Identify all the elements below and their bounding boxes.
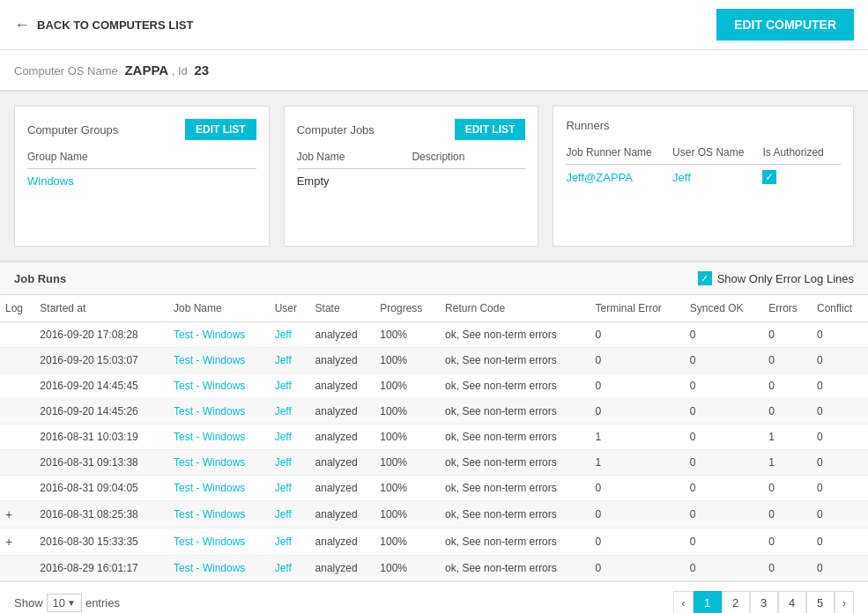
job-name-link[interactable]: Test - Windows: [174, 354, 245, 366]
job-name-link[interactable]: Test - Windows: [174, 508, 245, 521]
jobs-panel-header: Computer Jobs EDIT LIST: [297, 119, 526, 140]
jobs-col-headers: Job Name Description: [297, 151, 526, 169]
user-link[interactable]: Jeff: [275, 456, 292, 469]
pagination-page-2[interactable]: 2: [722, 591, 750, 613]
expand-icon[interactable]: +: [5, 535, 12, 549]
user-link[interactable]: Jeff: [275, 405, 292, 417]
groups-panel-title: Computer Groups: [27, 123, 118, 137]
table-cell[interactable]: Jeff: [270, 501, 310, 528]
user-link[interactable]: Jeff: [275, 535, 292, 548]
table-cell[interactable]: Jeff: [270, 322, 310, 348]
job-name-link[interactable]: Test - Windows: [174, 562, 245, 574]
pagination-page-5[interactable]: 5: [806, 591, 835, 613]
table-cell: 2016-08-31 10:03:19: [34, 425, 168, 450]
job-name-link[interactable]: Test - Windows: [174, 380, 245, 392]
table-cell: [0, 450, 34, 476]
table-cell: ok, See non-term errors: [440, 476, 590, 501]
runner-authorized-checkbox[interactable]: ✓: [762, 170, 776, 184]
group-item-windows[interactable]: Windows: [27, 174, 74, 188]
table-cell: ok, See non-term errors: [440, 322, 590, 348]
jobs-edit-list-button[interactable]: EDIT LIST: [455, 119, 526, 140]
user-link[interactable]: Jeff: [275, 508, 292, 521]
edit-computer-button[interactable]: EDIT COMPUTER: [716, 9, 854, 41]
pagination-prev[interactable]: ‹: [673, 591, 693, 613]
user-link[interactable]: Jeff: [275, 380, 292, 392]
table-cell[interactable]: Test - Windows: [168, 476, 270, 501]
table-cell[interactable]: Test - Windows: [168, 348, 270, 373]
user-link[interactable]: Jeff: [275, 354, 292, 366]
table-cell[interactable]: Jeff: [270, 450, 310, 476]
table-cell[interactable]: Test - Windows: [168, 501, 270, 528]
job-name-link[interactable]: Test - Windows: [174, 431, 245, 443]
table-cell[interactable]: Test - Windows: [168, 373, 270, 399]
job-name-link[interactable]: Test - Windows: [174, 405, 245, 417]
groups-panel-header: Computer Groups EDIT LIST: [27, 119, 256, 140]
table-cell: 0: [590, 501, 685, 528]
table-cell[interactable]: Jeff: [270, 476, 310, 501]
table-cell: 2016-08-31 09:13:38: [34, 450, 168, 476]
table-cell[interactable]: Test - Windows: [168, 425, 270, 450]
table-cell: analyzed: [310, 348, 375, 373]
back-to-list-link[interactable]: ← BACK TO COMPUTERS LIST: [14, 16, 193, 34]
table-cell: analyzed: [310, 450, 375, 476]
col-log: Log: [0, 295, 34, 322]
user-link[interactable]: Jeff: [275, 329, 292, 341]
show-error-label[interactable]: ✓ Show Only Error Log Lines: [698, 271, 854, 285]
job-name-link[interactable]: Test - Windows: [174, 482, 245, 494]
table-cell: 0: [685, 399, 763, 425]
table-cell: analyzed: [310, 528, 375, 556]
table-cell: 0: [763, 556, 812, 581]
jobs-empty-text: Empty: [297, 174, 330, 188]
expand-icon[interactable]: +: [5, 507, 12, 521]
table-cell: 0: [685, 476, 763, 501]
runners-panel-header: Runners: [566, 119, 841, 132]
show-label: Show: [14, 596, 43, 609]
table-cell: 100%: [375, 373, 440, 399]
table-cell: 0: [812, 476, 868, 501]
table-cell: [0, 373, 34, 399]
table-row: 2016-08-29 16:01:17Test - WindowsJeffana…: [0, 556, 868, 581]
table-cell: 0: [685, 373, 763, 399]
show-error-checkbox[interactable]: ✓: [698, 271, 712, 285]
pagination-page-4[interactable]: 4: [778, 591, 806, 613]
table-cell: analyzed: [310, 373, 375, 399]
table-cell[interactable]: Test - Windows: [168, 528, 270, 556]
job-name-link[interactable]: Test - Windows: [174, 456, 245, 469]
table-cell[interactable]: Jeff: [270, 373, 310, 399]
table-cell: 0: [685, 450, 763, 476]
user-link[interactable]: Jeff: [275, 431, 292, 443]
table-cell: [0, 556, 34, 581]
runner-name-link[interactable]: Jeff@ZAPPA: [566, 171, 633, 184]
runner-user-link[interactable]: Jeff: [672, 171, 691, 184]
user-link[interactable]: Jeff: [275, 562, 292, 574]
job-name-link[interactable]: Test - Windows: [174, 329, 245, 341]
table-cell: 0: [685, 425, 763, 450]
table-cell[interactable]: Test - Windows: [168, 556, 270, 581]
table-cell[interactable]: Test - Windows: [168, 399, 270, 425]
table-cell: [0, 425, 34, 450]
groups-edit-list-button[interactable]: EDIT LIST: [185, 119, 256, 140]
jobs-empty: Empty: [297, 174, 526, 188]
table-row: 2016-08-31 09:04:05Test - WindowsJeffana…: [0, 476, 868, 501]
runners-table: Job Runner Name User OS Name Is Authoriz…: [566, 143, 841, 184]
entries-select[interactable]: 10 ▼: [47, 594, 82, 612]
table-cell[interactable]: Jeff: [270, 528, 310, 556]
computer-jobs-panel: Computer Jobs EDIT LIST Job Name Descrip…: [284, 106, 539, 247]
runner-user-col-header: User OS Name: [672, 143, 762, 165]
table-cell[interactable]: Test - Windows: [168, 322, 270, 348]
table-cell[interactable]: Test - Windows: [168, 450, 270, 476]
user-link[interactable]: Jeff: [275, 482, 292, 494]
pagination-page-3[interactable]: 3: [750, 591, 778, 613]
pagination-next[interactable]: ›: [835, 591, 854, 613]
table-cell[interactable]: Jeff: [270, 425, 310, 450]
table-row: 2016-09-20 17:08:28Test - WindowsJeffana…: [0, 322, 868, 348]
table-cell: 0: [685, 556, 763, 581]
table-cell: analyzed: [310, 556, 375, 581]
table-cell[interactable]: Jeff: [270, 556, 310, 581]
table-cell[interactable]: Jeff: [270, 399, 310, 425]
table-cell: ok, See non-term errors: [440, 399, 590, 425]
table-cell: 0: [685, 322, 763, 348]
job-name-link[interactable]: Test - Windows: [174, 535, 245, 548]
pagination-page-1[interactable]: 1: [694, 591, 722, 613]
table-cell[interactable]: Jeff: [270, 348, 310, 373]
